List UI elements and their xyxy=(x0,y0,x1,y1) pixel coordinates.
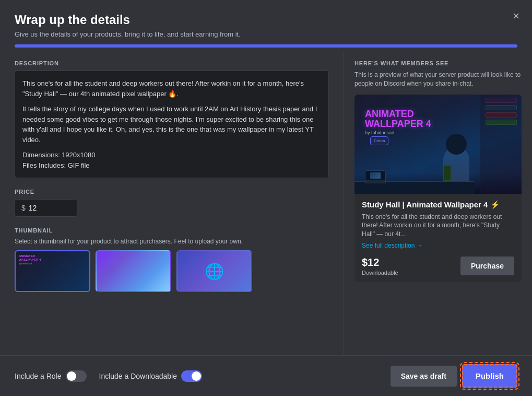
modal-footer: Include a Role Include a Downloadable Sa… xyxy=(0,355,532,396)
include-downloadable-toggle-thumb xyxy=(192,371,201,381)
thumb-1-title: ANIMATEDWALLPAPER 4 xyxy=(19,254,41,261)
include-downloadable-toggle-item: Include a Downloadable xyxy=(99,370,202,382)
description-box[interactable]: This one's for all the student and deep … xyxy=(15,71,329,178)
modal-title: Wrap up the details xyxy=(15,13,517,27)
thumbnail-section: THUMBNAIL Select a thumbnail for your pr… xyxy=(15,227,329,292)
thumbnail-row: ANIMATEDWALLPAPER 4 by tobidoesart 🌐 xyxy=(15,250,329,292)
preview-price: $12 xyxy=(362,257,398,269)
preview-image-sub: by tobidoesart xyxy=(365,130,395,135)
include-downloadable-toggle[interactable] xyxy=(181,370,202,382)
progress-bar-fill xyxy=(15,44,517,48)
price-label: PRICE xyxy=(15,189,329,195)
description-para-2: It tells the story of my college days wh… xyxy=(22,104,321,145)
thumbnail-item-3[interactable]: 🌐 xyxy=(176,250,252,292)
include-role-label: Include a Role xyxy=(15,372,62,380)
description-label: DESCRIPTION xyxy=(15,60,329,66)
progress-bar-container xyxy=(0,44,532,48)
price-value: 12 xyxy=(29,204,37,212)
thumbnail-item-2[interactable] xyxy=(96,250,171,292)
preview-header-desc: This is a preview of what your server pr… xyxy=(354,71,522,88)
modal-header: Wrap up the details Give us the details … xyxy=(0,0,532,44)
preview-card: ANIMATEDWALLPAPER 4 by tobidoesart Dirto… xyxy=(354,95,522,282)
modal-subtitle: Give us the details of your products, br… xyxy=(15,30,517,38)
include-role-toggle-item: Include a Role xyxy=(15,370,87,382)
preview-card-title: Study Hall | Animated Wallpaper 4 ⚡ xyxy=(362,200,514,209)
progress-bar-bg xyxy=(15,44,517,48)
save-draft-button[interactable]: Save as draft xyxy=(391,366,457,387)
preview-purchase-row: $12 Downloadable Purchase xyxy=(362,257,514,276)
footer-right: Save as draft Publish xyxy=(391,364,517,388)
see-full-description-link[interactable]: See full description → xyxy=(362,242,514,249)
description-para-3: Dimensions: 1920x1080Files Includes: GIF… xyxy=(22,150,321,170)
preview-header-label: HERE'S WHAT MEMBERS SEE xyxy=(354,60,522,66)
description-para-1: This one's for all the student and deep … xyxy=(22,78,321,99)
thumbnail-description: Select a thumbnail for your product to a… xyxy=(15,238,329,245)
preview-image-title: ANIMATEDWALLPAPER 4 xyxy=(365,109,431,130)
footer-left: Include a Role Include a Downloadable xyxy=(15,370,202,382)
thumb-1-sub: by tobidoesart xyxy=(19,262,32,265)
thumbnail-item-1[interactable]: ANIMATEDWALLPAPER 4 by tobidoesart xyxy=(15,250,90,292)
modal-body: DESCRIPTION This one's for all the stude… xyxy=(0,52,532,355)
earth-icon: 🌐 xyxy=(205,262,224,281)
include-role-toggle-thumb xyxy=(67,371,76,381)
modal: Wrap up the details Give us the details … xyxy=(0,0,532,396)
price-dollar-sign: $ xyxy=(21,204,26,212)
preview-image: ANIMATEDWALLPAPER 4 by tobidoesart Dirto… xyxy=(354,95,522,194)
thumbnail-label: THUMBNAIL xyxy=(15,227,329,234)
include-downloadable-label: Include a Downloadable xyxy=(99,372,177,380)
close-button[interactable]: × xyxy=(513,10,519,22)
left-panel: DESCRIPTION This one's for all the stude… xyxy=(0,52,344,355)
price-input-wrapper[interactable]: $ 12 xyxy=(15,199,77,217)
purchase-button[interactable]: Purchase xyxy=(460,257,514,275)
preview-card-body: Study Hall | Animated Wallpaper 4 ⚡ This… xyxy=(354,194,522,282)
preview-card-desc: This one's for all the student and deep … xyxy=(362,213,514,239)
preview-price-block: $12 Downloadable xyxy=(362,257,398,276)
include-role-toggle[interactable] xyxy=(66,370,87,382)
publish-button[interactable]: Publish xyxy=(462,364,517,388)
price-section: PRICE $ 12 xyxy=(15,189,329,217)
right-panel: HERE'S WHAT MEMBERS SEE This is a previe… xyxy=(344,52,532,355)
preview-downloadable-label: Downloadable xyxy=(362,270,398,276)
